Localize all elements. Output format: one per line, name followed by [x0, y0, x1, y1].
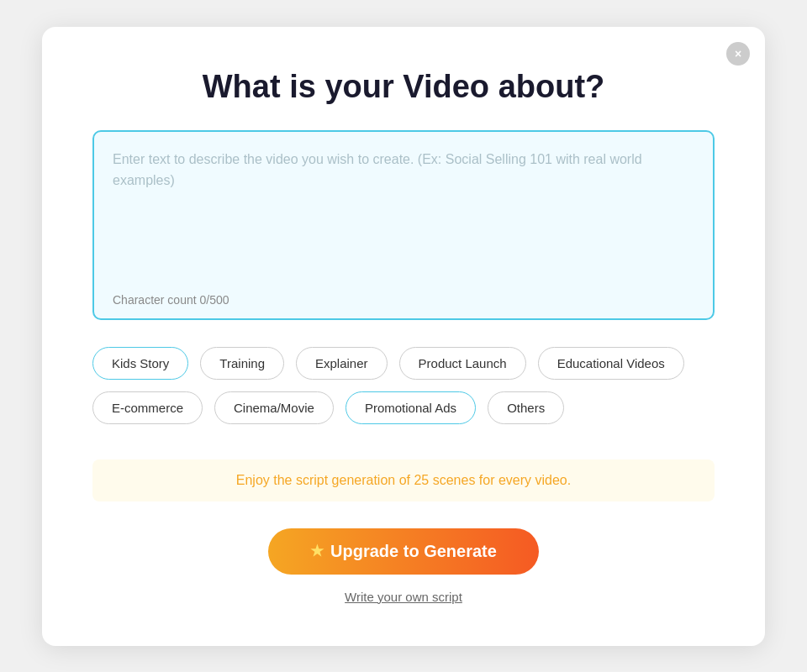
notice-bar: Enjoy the script generation of 25 scenes… — [92, 459, 715, 501]
upgrade-star-icon: ★ — [310, 542, 324, 560]
tag-button[interactable]: Educational Videos — [538, 347, 684, 380]
tag-button[interactable]: Others — [488, 391, 564, 424]
main-modal: × What is your Video about? Character co… — [42, 27, 765, 646]
textarea-wrapper: Character count 0/500 — [92, 130, 715, 320]
tags-row-2: E-commerceCinema/MoviePromotional AdsOth… — [92, 391, 715, 424]
tag-button[interactable]: Product Launch — [399, 347, 526, 380]
tag-button[interactable]: E-commerce — [92, 391, 203, 424]
own-script-link[interactable]: Write your own script — [345, 590, 462, 604]
tag-button[interactable]: Promotional Ads — [345, 391, 476, 424]
tag-button[interactable]: Training — [200, 347, 284, 380]
upgrade-label: Upgrade to Generate — [330, 542, 497, 561]
tags-row-1: Kids StoryTrainingExplainerProduct Launc… — [92, 347, 715, 380]
tag-button[interactable]: Cinema/Movie — [214, 391, 334, 424]
upgrade-button[interactable]: ★ Upgrade to Generate — [268, 528, 539, 575]
tag-button[interactable]: Explainer — [296, 347, 388, 380]
video-description-input[interactable] — [113, 149, 694, 283]
tags-section: Kids StoryTrainingExplainerProduct Launc… — [92, 347, 715, 436]
char-count-label: Character count 0/500 — [113, 293, 694, 307]
tag-button[interactable]: Kids Story — [92, 347, 188, 380]
page-title: What is your Video about? — [203, 69, 605, 105]
close-button[interactable]: × — [726, 42, 750, 66]
notice-text: Enjoy the script generation of 25 scenes… — [236, 473, 571, 487]
